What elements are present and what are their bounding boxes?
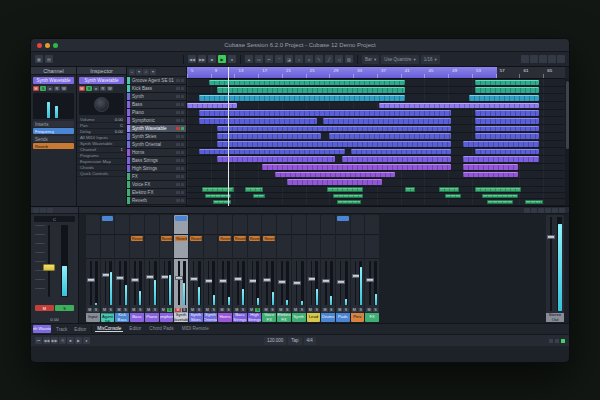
left-zone-track-label[interactable]: Synth Wavetable <box>33 325 51 333</box>
midi-clip[interactable] <box>405 187 415 191</box>
midi-clip[interactable] <box>287 179 382 185</box>
mixer-channel-strip[interactable]: ReverbMSSynth Skies <box>189 215 203 322</box>
channel-name-label[interactable]: Symphonic <box>160 313 174 322</box>
mixer-channel-strip[interactable]: MSElektro FX <box>277 215 291 322</box>
midi-clip[interactable] <box>475 126 539 132</box>
mixconsole-toolbar-button[interactable] <box>559 208 565 213</box>
track-mute-button[interactable] <box>176 167 180 171</box>
m-button[interactable]: M <box>79 86 85 91</box>
tool-range-select[interactable]: ▭ <box>255 55 263 63</box>
mixconsole-toolbar-button[interactable] <box>524 208 530 213</box>
midi-clip[interactable] <box>199 95 405 101</box>
mute-button[interactable]: M <box>249 308 254 312</box>
mixer-channel-strip[interactable]: MSFX <box>365 215 379 322</box>
channel-name-label[interactable]: Input <box>86 313 100 322</box>
midi-clip[interactable] <box>217 141 451 147</box>
mixconsole-toolbar-button[interactable] <box>531 208 537 213</box>
midi-clip[interactable] <box>351 149 451 155</box>
fader-handle[interactable] <box>43 264 55 271</box>
midi-clip[interactable] <box>445 194 461 198</box>
track-mute-button[interactable] <box>176 159 180 163</box>
mixer-channel-strip[interactable]: MSKick Bass <box>115 215 129 322</box>
midi-clip[interactable] <box>253 194 265 198</box>
mixer-channel-strip[interactable]: ReverbMSBass <box>130 215 144 322</box>
mute-button[interactable]: M <box>219 308 224 312</box>
midi-clip[interactable] <box>245 187 263 191</box>
mixer-channel-strip[interactable]: ReverbMSSynth Wavetable <box>174 215 188 322</box>
track-row[interactable]: Symphonic <box>127 117 186 125</box>
solo-button[interactable]: S <box>93 308 98 312</box>
r-button[interactable]: R <box>100 86 106 91</box>
midi-clip[interactable] <box>463 141 539 147</box>
midi-clip[interactable] <box>482 194 518 198</box>
track-row[interactable]: Reverb <box>127 197 186 205</box>
fader-handle[interactable] <box>547 235 555 239</box>
snap-grid-select[interactable]: Bar▾ <box>362 55 379 64</box>
midi-clip[interactable] <box>469 95 539 101</box>
solo-button[interactable]: S <box>55 305 74 311</box>
mute-button[interactable]: M <box>234 308 239 312</box>
channel-name-label[interactable]: Groove Agent SE <box>101 313 115 322</box>
window-layout-button[interactable] <box>521 55 529 63</box>
tool-audition[interactable]: ◁ <box>335 55 343 63</box>
send-slot-chip[interactable]: Reverb <box>175 236 187 241</box>
track-solo-button[interactable] <box>181 151 185 155</box>
vertical-scrollbar[interactable] <box>565 79 569 206</box>
tool-split[interactable]: ✂ <box>265 55 273 63</box>
track-solo-button[interactable] <box>181 183 185 187</box>
mute-button[interactable]: M <box>352 308 357 312</box>
track-mute-button[interactable] <box>176 143 180 147</box>
send-slot-chip[interactable]: Reverb <box>249 236 261 241</box>
tool-object-select[interactable]: ▲ <box>245 55 253 63</box>
transport-record-button[interactable]: ● <box>83 337 90 344</box>
insert-slot-chip[interactable] <box>102 216 114 221</box>
midi-clip[interactable] <box>439 187 459 191</box>
transport-record-button[interactable]: ● <box>228 55 236 63</box>
grid-type-select[interactable]: 1/16▾ <box>421 55 440 64</box>
transport-forward-button[interactable]: ▶▶ <box>198 55 206 63</box>
fader-handle[interactable] <box>87 278 95 282</box>
track-row[interactable]: FX <box>127 173 186 181</box>
insert-slot-chip[interactable] <box>175 216 187 221</box>
window-layout-button[interactable] <box>539 55 547 63</box>
search-icon[interactable]: ⌕ <box>143 69 149 75</box>
mixer-channel-strip[interactable]: ReverbMSHigh Strings <box>248 215 262 322</box>
channel-name-label[interactable]: Bass Strings <box>233 313 247 322</box>
track-solo-button[interactable] <box>181 127 185 131</box>
channel-name-label[interactable]: Elektro FX <box>277 313 291 322</box>
track-solo-button[interactable] <box>181 79 185 83</box>
transport-rewind-button[interactable]: ◀◀ <box>188 55 196 63</box>
inspector-track-name[interactable]: Synth Wavetable <box>79 77 124 84</box>
midi-clip[interactable] <box>525 200 543 204</box>
routing-icon[interactable] <box>40 208 46 213</box>
midi-clip[interactable] <box>463 156 539 162</box>
mute-button[interactable]: M <box>308 308 313 312</box>
timeline-ruler[interactable]: 591317212529333741454953576165 <box>187 67 565 79</box>
transport-rewind-button[interactable]: ◀◀ <box>43 337 50 344</box>
mute-button[interactable]: M <box>161 308 166 312</box>
fader-handle[interactable] <box>293 281 301 285</box>
mute-button[interactable]: M <box>35 305 54 311</box>
track-mute-button[interactable] <box>176 175 180 179</box>
mute-button[interactable]: M <box>102 308 107 312</box>
midi-clip[interactable] <box>342 156 451 162</box>
midi-clip[interactable] <box>329 133 451 139</box>
left-zone-tab[interactable]: Editor <box>72 327 88 332</box>
track-solo-button[interactable] <box>181 191 185 195</box>
mute-button[interactable]: M <box>337 308 342 312</box>
channel-name-label[interactable]: Bass <box>130 313 144 322</box>
mute-button[interactable]: M <box>175 308 180 312</box>
track-row[interactable]: Groove Agent SE 01 <box>127 77 186 85</box>
track-solo-button[interactable] <box>181 159 185 163</box>
solo-button[interactable]: S <box>240 308 245 312</box>
midi-clip[interactable] <box>327 187 363 191</box>
solo-button[interactable]: S <box>329 308 334 312</box>
quantize-select[interactable]: Use Quantize▾ <box>381 55 419 64</box>
rack-icon[interactable] <box>47 208 53 213</box>
mixer-channel-strip[interactable]: MSInput <box>86 215 100 322</box>
channel-name-label[interactable]: Pads <box>336 313 350 322</box>
m-button[interactable]: M <box>33 86 39 91</box>
mute-button[interactable]: M <box>131 308 136 312</box>
track-mute-button[interactable] <box>176 135 180 139</box>
midi-clip[interactable] <box>379 103 539 109</box>
